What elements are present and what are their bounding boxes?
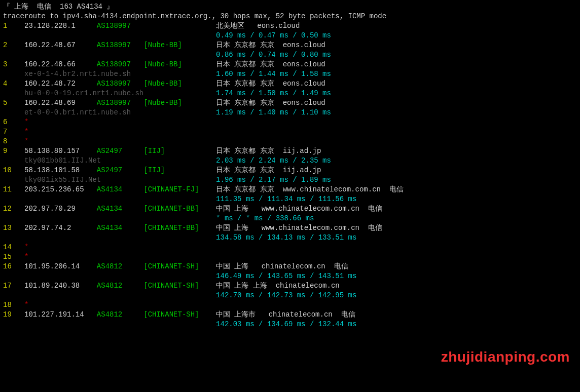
hop-detail: 111.35 ms / 111.34 ms / 111.56 ms <box>3 194 577 204</box>
hop-row: 6 * <box>3 117 577 127</box>
traceroute-output: 1 23.128.228.1 AS138997 北美地区 eons.cloud … <box>3 21 577 329</box>
hop-row: 2 160.22.48.67 AS138997 [Nube-BB] 日本 东京都… <box>3 41 577 50</box>
hop-row: 4 160.22.48.72 AS138997 [Nube-BB] 日本 东京都… <box>3 79 577 89</box>
hop-detail: 134.58 ms / 134.13 ms / 133.51 ms <box>3 233 577 243</box>
hop-row: 18 * <box>3 300 577 310</box>
hop-detail: * ms / * ms / 338.66 ms <box>3 214 577 223</box>
hop-detail: 142.70 ms / 142.73 ms / 142.95 ms <box>3 291 577 300</box>
hop-detail: 0.86 ms / 0.74 ms / 0.80 ms <box>3 50 577 60</box>
hop-row: 17 101.89.240.38 AS4812 [CHINANET-SH] 中国… <box>3 281 577 291</box>
watermark: zhujidianping.com <box>441 352 570 362</box>
hop-row: 10 58.138.101.58 AS2497 [IIJ] 日本 东京都 东京 … <box>3 166 577 175</box>
hop-detail: 142.03 ms / 134.69 ms / 132.44 ms <box>3 320 577 329</box>
hop-detail: tky001bb01.IIJ.Net 2.03 ms / 2.24 ms / 2… <box>3 156 577 166</box>
hop-detail: xe-0-1-4.br2.nrt1.nube.sh 1.60 ms / 1.44… <box>3 69 577 79</box>
hop-row: 19 101.227.191.14 AS4812 [CHINANET-SH] 中… <box>3 310 577 320</box>
hop-row: 8 * <box>3 137 577 146</box>
hop-row: 15 * <box>3 252 577 262</box>
header-subtitle: traceroute to ipv4.sha-4134.endpoint.nxt… <box>3 12 577 21</box>
hop-row: 16 101.95.206.14 AS4812 [CHINANET-SH] 中国… <box>3 262 577 271</box>
hop-detail: et-0-0-0.br1.nrt1.nube.sh 1.19 ms / 1.40… <box>3 108 577 117</box>
hop-detail: tky001ix55.IIJ.Net 1.96 ms / 2.17 ms / 1… <box>3 175 577 185</box>
hop-row: 9 58.138.80.157 AS2497 [IIJ] 日本 东京都 东京 i… <box>3 146 577 156</box>
hop-detail: hu-0-0-0-19.cr1.nrt1.nube.sh 1.74 ms / 1… <box>3 89 577 98</box>
hop-row: 13 202.97.74.2 AS4134 [CHINANET-BB] 中国 上… <box>3 223 577 233</box>
hop-row: 1 23.128.228.1 AS138997 北美地区 eons.cloud <box>3 21 577 31</box>
hop-row: 7 * <box>3 127 577 137</box>
hop-row: 11 203.215.236.65 AS4134 [CHINANET-FJ] 日… <box>3 185 577 194</box>
header-title: 『 上海 电信 163 AS4134 』 <box>3 2 577 12</box>
hop-row: 12 202.97.70.29 AS4134 [CHINANET-BB] 中国 … <box>3 204 577 214</box>
hop-detail: 146.49 ms / 143.65 ms / 143.51 ms <box>3 271 577 281</box>
hop-row: 14 * <box>3 243 577 252</box>
hop-row: 5 160.22.48.69 AS138997 [Nube-BB] 日本 东京都… <box>3 98 577 108</box>
hop-detail: 0.49 ms / 0.47 ms / 0.50 ms <box>3 31 577 41</box>
hop-row: 3 160.22.48.66 AS138997 [Nube-BB] 日本 东京都… <box>3 60 577 69</box>
